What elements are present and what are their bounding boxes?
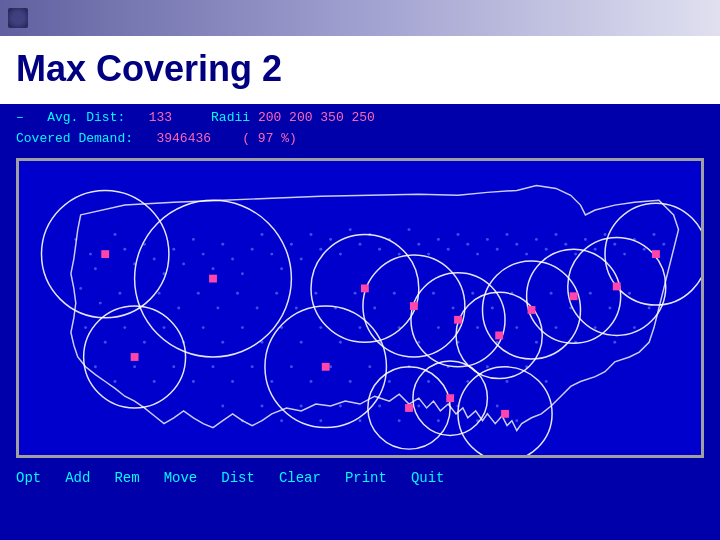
svg-point-117 — [594, 326, 597, 329]
svg-rect-177 — [131, 353, 139, 361]
svg-point-143 — [545, 380, 548, 383]
page-title: Max Covering 2 — [16, 48, 282, 90]
svg-point-27 — [339, 252, 342, 255]
covered-demand-value: 3946436 — [156, 131, 211, 146]
svg-point-124 — [172, 365, 175, 368]
svg-point-151 — [359, 419, 362, 422]
avg-dist-value: 133 — [149, 110, 172, 125]
svg-point-137 — [427, 380, 430, 383]
svg-rect-179 — [361, 284, 369, 292]
svg-point-127 — [231, 380, 234, 383]
svg-point-13 — [202, 252, 205, 255]
svg-point-41 — [476, 252, 479, 255]
svg-point-60 — [662, 242, 665, 245]
svg-point-47 — [535, 238, 538, 241]
svg-point-148 — [300, 404, 303, 407]
radii-label: Radii — [211, 110, 250, 125]
svg-point-35 — [417, 242, 420, 245]
menu-item-print[interactable]: Print — [345, 470, 387, 486]
svg-point-144 — [221, 404, 224, 407]
menu-item-rem[interactable]: Rem — [114, 470, 139, 486]
svg-point-119 — [633, 326, 636, 329]
svg-point-134 — [368, 365, 371, 368]
svg-point-5 — [123, 247, 126, 250]
svg-point-85 — [550, 291, 553, 294]
svg-rect-182 — [495, 331, 503, 339]
svg-rect-186 — [652, 250, 660, 258]
svg-point-90 — [648, 306, 651, 309]
svg-point-105 — [359, 326, 362, 329]
svg-rect-176 — [209, 274, 217, 282]
svg-point-10 — [172, 247, 175, 250]
minus-label: – — [16, 110, 24, 125]
svg-point-155 — [437, 419, 440, 422]
svg-point-39 — [457, 233, 460, 236]
svg-point-111 — [476, 326, 479, 329]
svg-point-8 — [153, 257, 156, 260]
menu-item-add[interactable]: Add — [65, 470, 90, 486]
menu-item-clear[interactable]: Clear — [279, 470, 321, 486]
svg-point-82 — [491, 306, 494, 309]
svg-point-93 — [123, 326, 126, 329]
svg-point-89 — [628, 291, 631, 294]
svg-point-158 — [496, 404, 499, 407]
svg-point-126 — [212, 365, 215, 368]
radii-value: 200 200 350 250 — [258, 110, 375, 125]
svg-point-75 — [354, 291, 357, 294]
svg-rect-189 — [446, 394, 454, 402]
menu-item-move[interactable]: Move — [164, 470, 198, 486]
svg-point-94 — [143, 340, 146, 343]
svg-point-58 — [643, 247, 646, 250]
svg-point-43 — [496, 247, 499, 250]
stats-bar: – Avg. Dist: 133 Radii 200 200 350 250 C… — [0, 104, 720, 152]
menu-item-quit[interactable]: Quit — [411, 470, 445, 486]
svg-point-54 — [604, 233, 607, 236]
svg-point-129 — [270, 380, 273, 383]
svg-point-159 — [515, 419, 518, 422]
svg-rect-184 — [570, 292, 578, 300]
svg-point-34 — [408, 228, 411, 231]
svg-point-63 — [118, 291, 121, 294]
svg-point-125 — [192, 380, 195, 383]
svg-point-95 — [163, 326, 166, 329]
title-area: Max Covering 2 — [0, 36, 720, 104]
svg-point-103 — [319, 326, 322, 329]
svg-point-24 — [310, 233, 313, 236]
menu-item-dist[interactable]: Dist — [221, 470, 255, 486]
svg-point-98 — [221, 340, 224, 343]
svg-point-91 — [84, 326, 87, 329]
svg-point-135 — [388, 380, 391, 383]
svg-rect-180 — [410, 302, 418, 310]
menu-item-opt[interactable]: Opt — [16, 470, 41, 486]
main-window: Max Covering 2 – Avg. Dist: 133 Radii 20… — [0, 36, 720, 540]
title-bar-icon — [8, 8, 28, 28]
svg-point-37 — [437, 238, 440, 241]
svg-point-65 — [158, 291, 161, 294]
svg-point-104 — [339, 340, 342, 343]
svg-point-67 — [197, 291, 200, 294]
svg-point-99 — [241, 326, 244, 329]
svg-point-68 — [216, 306, 219, 309]
svg-point-92 — [104, 340, 107, 343]
svg-point-113 — [515, 326, 518, 329]
svg-point-115 — [555, 326, 558, 329]
svg-point-79 — [432, 291, 435, 294]
svg-point-109 — [437, 326, 440, 329]
svg-point-140 — [486, 365, 489, 368]
svg-rect-188 — [405, 404, 413, 412]
svg-point-77 — [393, 291, 396, 294]
svg-point-38 — [447, 247, 450, 250]
svg-point-49 — [555, 233, 558, 236]
svg-point-17 — [241, 272, 244, 275]
svg-point-66 — [177, 306, 180, 309]
map-container — [16, 158, 704, 458]
svg-point-12 — [192, 238, 195, 241]
svg-point-76 — [373, 306, 376, 309]
svg-point-21 — [280, 267, 283, 270]
svg-point-61 — [79, 287, 82, 290]
svg-rect-187 — [501, 410, 509, 418]
svg-point-71 — [275, 291, 278, 294]
svg-point-28 — [349, 228, 352, 231]
svg-point-133 — [349, 380, 352, 383]
svg-point-2 — [89, 252, 92, 255]
